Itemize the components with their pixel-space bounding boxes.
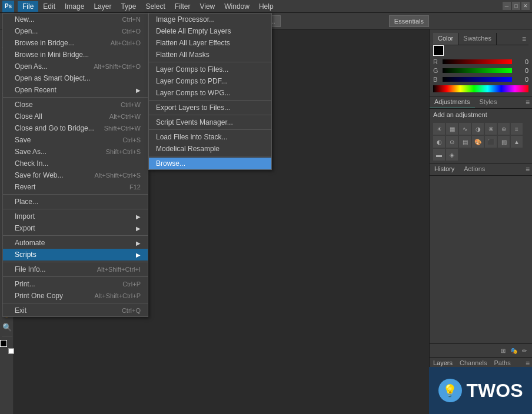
scripts-flatten-all-masks[interactable]: Flatten All Masks [149, 49, 271, 61]
menu-item-print[interactable]: Print... Ctrl+P [3, 278, 148, 290]
menu-item-save-web[interactable]: Save for Web... Alt+Shift+Ctrl+S [3, 169, 148, 181]
vibrance-icon[interactable]: ❋ [485, 123, 497, 135]
menu-view[interactable]: View [195, 1, 220, 12]
red-slider[interactable] [443, 59, 512, 64]
menu-item-browse-mini-bridge[interactable]: Browse in Mini Bridge... [3, 49, 148, 61]
essentials-button[interactable]: Essentials [389, 15, 429, 27]
menu-item-automate[interactable]: Automate ▶ [3, 237, 148, 249]
menu-item-open-smart[interactable]: Open as Smart Object... [3, 72, 148, 84]
menu-item-file-info[interactable]: File Info... Alt+Shift+Ctrl+I [3, 263, 148, 275]
gradient-map-icon[interactable]: ▬ [433, 149, 445, 161]
blue-slider[interactable] [443, 77, 512, 82]
foreground-color[interactable] [0, 340, 7, 347]
adjustments-panel: Adjustments Styles ≡ Add an adjustment ☀… [430, 96, 532, 163]
menu-item-open-recent[interactable]: Open Recent ▶ [3, 84, 148, 96]
scripts-events-manager[interactable]: Script Events Manager... [149, 116, 271, 128]
file-dropdown-menu: New... Ctrl+N Open... Ctrl+O Browse in B… [2, 13, 148, 317]
menu-item-open[interactable]: Open... Ctrl+O [3, 25, 148, 37]
green-slider[interactable] [443, 68, 512, 73]
menu-item-exit[interactable]: Exit Ctrl+Q [3, 305, 148, 316]
red-channel-row: R 0 [433, 58, 528, 65]
color-balance-icon[interactable]: ≡ [511, 123, 523, 135]
panel-icon-3[interactable]: ✏ [519, 345, 530, 356]
scripts-load-files-stack[interactable]: Load Files into Stack... [149, 131, 271, 143]
tab-color[interactable]: Color [433, 33, 458, 45]
color-swatch[interactable] [433, 45, 444, 56]
scripts-submenu: Image Processor... Delete All Empty Laye… [148, 13, 272, 170]
close-button[interactable]: ✕ [521, 2, 530, 10]
hue-sat-icon[interactable]: ⊕ [498, 123, 510, 135]
tab-history[interactable]: History [430, 163, 459, 175]
menu-item-save[interactable]: Save Ctrl+S [3, 134, 148, 146]
menu-item-close[interactable]: Close Ctrl+W [3, 99, 148, 111]
scripts-browse[interactable]: Browse... [149, 158, 271, 169]
invert-icon[interactable]: ⬛ [485, 136, 497, 148]
posterize-icon[interactable]: ▧ [498, 136, 510, 148]
b-label: B [433, 76, 440, 83]
menu-separator-7 [3, 303, 148, 303]
curves-icon[interactable]: ∿ [459, 123, 471, 135]
menu-item-print-one[interactable]: Print One Copy Alt+Shift+Ctrl+P [3, 290, 148, 302]
tab-swatches[interactable]: Swatches [458, 33, 497, 45]
panel-icon-1[interactable]: ⊞ [498, 345, 508, 356]
app-logo: Ps [2, 1, 14, 12]
tab-actions[interactable]: Actions [459, 163, 490, 175]
menu-window[interactable]: Window [220, 1, 254, 12]
history-panel: History Actions ≡ [430, 163, 532, 343]
scripts-image-processor[interactable]: Image Processor... [149, 14, 271, 25]
menu-item-close-bridge[interactable]: Close and Go to Bridge... Shift+Ctrl+W [3, 122, 148, 134]
menu-item-save-as[interactable]: Save As... Shift+Ctrl+S [3, 146, 148, 158]
menu-type[interactable]: Type [116, 1, 141, 12]
color-spectrum-bar[interactable] [433, 85, 528, 92]
menu-select[interactable]: Select [141, 1, 169, 12]
channel-mixer-icon[interactable]: ▤ [459, 136, 471, 148]
scripts-modelical-resample[interactable]: Modelical Resample [149, 143, 271, 155]
menu-image[interactable]: Image [60, 1, 89, 12]
menu-item-check-in[interactable]: Check In... [3, 158, 148, 169]
scripts-export-layers[interactable]: Export Layers to Files... [149, 102, 271, 113]
levels-icon[interactable]: ▦ [446, 123, 458, 135]
menu-item-place[interactable]: Place... [3, 196, 148, 208]
menu-item-close-all[interactable]: Close All Alt+Ctrl+W [3, 111, 148, 122]
scripts-delete-empty-layers[interactable]: Delete All Empty Layers [149, 25, 271, 37]
brightness-contrast-icon[interactable]: ☀ [433, 123, 445, 135]
scripts-layer-comps-wpg[interactable]: Layer Comps to WPG... [149, 87, 271, 99]
panel-icon-2[interactable]: 🎭 [508, 345, 519, 356]
bw-icon[interactable]: ◐ [433, 136, 445, 148]
selective-color-icon[interactable]: ◈ [446, 149, 458, 161]
tab-styles[interactable]: Styles [475, 96, 502, 108]
scripts-layer-comps-pdf[interactable]: Layer Comps to PDF... [149, 75, 271, 87]
tab-adjustments[interactable]: Adjustments [430, 96, 475, 108]
scripts-flatten-layer-effects[interactable]: Flatten All Layer Effects [149, 37, 271, 49]
exposure-icon[interactable]: ◑ [472, 123, 484, 135]
color-swatch-row [433, 45, 528, 56]
menu-help[interactable]: Help [254, 1, 278, 12]
menu-item-scripts[interactable]: Scripts ▶ [3, 249, 148, 261]
restore-button[interactable]: □ [512, 2, 520, 10]
menu-separator-4 [3, 235, 148, 236]
adj-panel-menu[interactable]: ≡ [523, 96, 532, 108]
menu-item-open-as[interactable]: Open As... Alt+Shift+Ctrl+O [3, 61, 148, 72]
scripts-sep-4 [149, 129, 271, 130]
menu-filter[interactable]: Filter [170, 1, 195, 12]
color-panel-menu[interactable]: ≡ [520, 33, 528, 45]
menu-item-browse-bridge[interactable]: Browse in Bridge... Alt+Ctrl+O [3, 37, 148, 49]
threshold-icon[interactable]: ▲ [511, 136, 523, 148]
scripts-layer-comps-files[interactable]: Layer Comps to Files... [149, 64, 271, 75]
menu-layer[interactable]: Layer [89, 1, 116, 12]
zoom-tool[interactable]: 🔍 [1, 320, 14, 333]
history-panel-menu[interactable]: ≡ [523, 163, 532, 175]
menu-file[interactable]: File [18, 1, 38, 12]
color-lookup-icon[interactable]: 🎨 [472, 136, 484, 148]
menu-edit[interactable]: Edit [38, 1, 60, 12]
menu-separator-6 [3, 276, 148, 277]
menu-item-new[interactable]: New... Ctrl+N [3, 14, 148, 25]
menu-item-revert[interactable]: Revert F12 [3, 181, 148, 193]
menu-item-import[interactable]: Import ▶ [3, 211, 148, 222]
background-color[interactable] [8, 348, 14, 354]
photo-filter-icon[interactable]: ⊙ [446, 136, 458, 148]
minimize-button[interactable]: ─ [503, 2, 511, 10]
scripts-sep-1 [149, 62, 271, 62]
color-panel-tabs: Color Swatches ≡ [433, 33, 528, 45]
menu-item-export[interactable]: Export ▶ [3, 222, 148, 234]
